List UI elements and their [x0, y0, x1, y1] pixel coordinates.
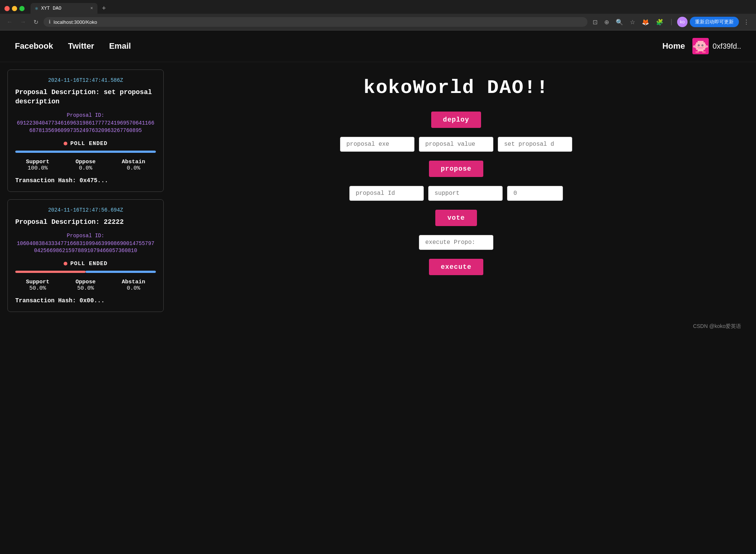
tx-hash-label: Transaction Hash:: [15, 297, 76, 304]
profile-button[interactable]: ko: [677, 17, 688, 27]
search-icon[interactable]: 🔍: [614, 17, 625, 27]
svg-rect-1: [698, 41, 704, 42]
nav-facebook[interactable]: Facebook: [15, 41, 53, 51]
svg-rect-13: [697, 47, 698, 48]
forward-button[interactable]: →: [18, 17, 28, 27]
support-label: Support: [15, 159, 60, 165]
svg-rect-6: [696, 48, 705, 50]
address-bar[interactable]: ℹ localhost:3000/Koko: [44, 17, 587, 27]
menu-button[interactable]: ⋮: [741, 17, 752, 27]
tab-close-icon[interactable]: ×: [90, 6, 93, 11]
execute-inputs-row: [179, 235, 734, 250]
poll-dot-icon: [64, 262, 67, 265]
propose-inputs-row: [179, 137, 734, 152]
svg-rect-7: [698, 50, 704, 51]
support-value: 50.0%: [15, 285, 60, 292]
nav-home[interactable]: Home: [662, 41, 685, 51]
vote-bar: [15, 151, 156, 153]
support-input[interactable]: [428, 186, 503, 201]
support-value: 100.0%: [15, 165, 60, 171]
tx-hash-value: 0x00...: [80, 297, 105, 304]
fox-extension-icon[interactable]: 🦊: [640, 17, 651, 27]
abstain-value: 0.0%: [111, 285, 156, 292]
abstain-label: Abstain: [111, 159, 156, 165]
dao-panel: kokoWorld DAO!! deploy propose vo: [164, 70, 749, 312]
proposal-id-value: 1060408384333477166831099463990869001475…: [15, 240, 156, 255]
svg-rect-10: [698, 45, 699, 46]
refresh-button[interactable]: ↻: [31, 17, 41, 27]
vote-amount-input[interactable]: [507, 186, 563, 201]
vote-stats: Support 100.0% Oppose 0.0% Abstain 0.0%: [15, 159, 156, 171]
svg-rect-12: [698, 48, 703, 48]
proposal-description: Proposal Description: 22222: [15, 218, 156, 227]
proposal-date: 2024-11-16T12:47:56.694Z: [15, 207, 156, 213]
execute-button[interactable]: execute: [429, 259, 484, 275]
vote-button[interactable]: vote: [435, 210, 477, 226]
nav-links: Facebook Twitter Email: [15, 41, 662, 51]
svg-rect-11: [702, 45, 703, 46]
svg-rect-2: [696, 42, 705, 44]
support-bar-fill: [86, 271, 156, 273]
close-window-btn[interactable]: [4, 6, 10, 11]
deploy-button[interactable]: deploy: [431, 112, 481, 128]
execute-proposal-input[interactable]: [419, 235, 493, 250]
window-controls: [4, 6, 25, 11]
poll-status: POLL ENDED: [15, 261, 156, 267]
set-proposal-input[interactable]: [498, 137, 572, 152]
tab-bar: ⚛ XYT DAO × +: [0, 0, 756, 14]
tx-hash-label: Transaction Hash:: [15, 177, 76, 184]
vote-stats: Support 50.0% Oppose 50.0% Abstain 0.0%: [15, 279, 156, 292]
new-tab-button[interactable]: +: [99, 3, 109, 14]
oppose-value: 0.0%: [63, 165, 108, 171]
svg-rect-14: [703, 47, 704, 48]
svg-rect-4: [695, 45, 706, 47]
vote-section: vote: [435, 210, 477, 226]
translate-icon[interactable]: ⊕: [602, 17, 611, 27]
svg-rect-3: [695, 44, 706, 45]
security-icon: ℹ: [49, 19, 51, 25]
active-tab[interactable]: ⚛ XYT DAO ×: [31, 3, 97, 14]
proposal-card: 2024-11-16T12:47:41.586Z Proposal Descri…: [7, 70, 164, 192]
proposal-id-label: Proposal ID:: [15, 233, 156, 239]
deploy-section: deploy: [431, 112, 481, 128]
app-header: Facebook Twitter Email Home: [0, 30, 756, 62]
url-display: localhost:3000/Koko: [54, 19, 97, 25]
proposals-panel: 2024-11-16T12:47:41.586Z Proposal Descri…: [7, 70, 164, 312]
proposal-id-label: Proposal ID:: [15, 112, 156, 118]
propose-section: propose: [429, 161, 484, 177]
avatar: [692, 38, 709, 54]
maximize-window-btn[interactable]: [19, 6, 25, 11]
svg-rect-17: [693, 45, 696, 48]
vote-bar-2: [15, 271, 156, 273]
support-stat: Support 100.0%: [15, 159, 60, 171]
proposal-id-value: 6912230404773461696319861777724196957064…: [15, 120, 156, 134]
proposal-id-input[interactable]: [349, 186, 424, 201]
toolbar-actions: ⊡ ⊕ 🔍 ☆ 🦊 🧩 | ko 重新启动即可更新 ⋮: [590, 17, 752, 27]
tab-title: XYT DAO: [41, 6, 61, 11]
proposal-exe-input[interactable]: [340, 137, 414, 152]
minimize-window-btn[interactable]: [12, 6, 17, 11]
wallet-section: 0xf39fd..: [692, 38, 741, 54]
footer-credit: CSDN @koko爱英语: [693, 323, 741, 330]
tx-hash-2: Transaction Hash: 0x00...: [15, 297, 156, 304]
dao-title: kokoWorld DAO!!: [363, 77, 549, 99]
browser-chrome: ⚛ XYT DAO × + ← → ↻ ℹ localhost:3000/Kok…: [0, 0, 756, 30]
proposal-description: Proposal Description: set proposal descr…: [15, 88, 156, 106]
bookmark-icon[interactable]: ☆: [628, 17, 637, 27]
oppose-value: 50.0%: [63, 285, 108, 292]
poll-text: POLL ENDED: [70, 141, 108, 147]
nav-email[interactable]: Email: [109, 41, 131, 51]
abstain-stat: Abstain 0.0%: [111, 279, 156, 292]
proposal-value-input[interactable]: [419, 137, 493, 152]
back-button[interactable]: ←: [4, 17, 15, 27]
app-footer: CSDN @koko爱英语: [0, 319, 756, 334]
nav-twitter[interactable]: Twitter: [68, 41, 94, 51]
puzzle-icon[interactable]: 🧩: [654, 17, 666, 27]
support-label: Support: [15, 279, 60, 285]
update-button[interactable]: 重新启动即可更新: [690, 17, 739, 27]
svg-rect-18: [705, 45, 708, 48]
propose-button[interactable]: propose: [429, 161, 484, 177]
cast-icon[interactable]: ⊡: [590, 17, 600, 27]
support-bar-fill: [15, 151, 156, 153]
wallet-address: 0xf39fd..: [712, 42, 741, 51]
